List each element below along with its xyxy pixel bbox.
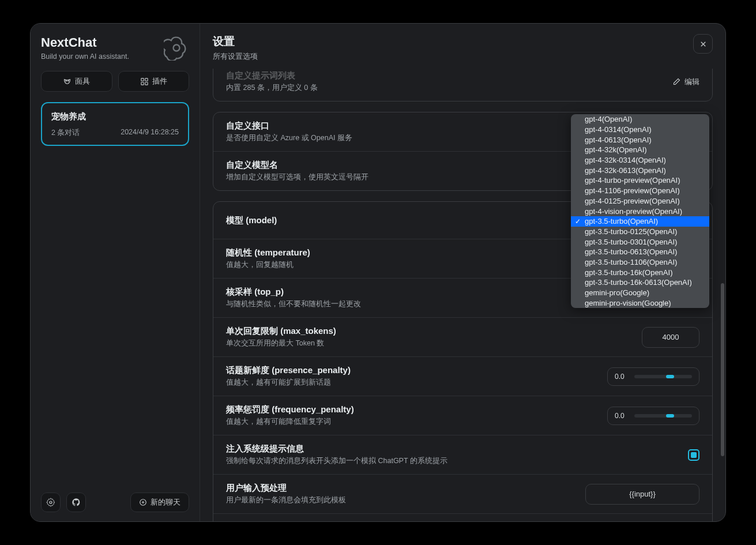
presence-penalty-sub: 值越大，越有可能扩展到新话题 <box>226 378 607 388</box>
edit-prompts-label: 编辑 <box>684 77 699 87</box>
svg-point-2 <box>68 80 69 81</box>
input-template-field[interactable] <box>585 484 699 505</box>
svg-rect-6 <box>145 82 148 84</box>
conversation-timestamp: 2024/4/9 16:28:25 <box>121 128 179 138</box>
new-chat-button[interactable]: 新的聊天 <box>130 493 189 512</box>
max-tokens-value[interactable]: 4000 <box>642 327 699 348</box>
mask-tab-label: 面具 <box>75 76 90 87</box>
close-icon <box>699 40 708 48</box>
model-option[interactable]: gpt-3.5-turbo-0301(OpenAI) <box>571 236 709 247</box>
plugin-tab-button[interactable]: 插件 <box>118 71 190 92</box>
presence-penalty-slider[interactable]: 0.0 <box>607 367 699 386</box>
row-custom-prompts: 自定义提示词列表 内置 285 条，用户定义 0 条 编辑 <box>213 69 712 101</box>
row-frequency-penalty: 频率惩罚度 (frequency_penalty) 值越大，越有可能降低重复字词… <box>213 396 712 435</box>
settings-button[interactable] <box>41 493 61 512</box>
custom-models-title: 自定义模型名 <box>226 160 585 171</box>
brand-tagline: Build your own AI assistant. <box>41 52 129 61</box>
model-dropdown[interactable]: gpt-4(OpenAI)gpt-4-0314(OpenAI)gpt-4-061… <box>571 114 709 308</box>
conversation-title: 宠物养成 <box>51 111 179 122</box>
plus-circle-icon <box>139 498 147 506</box>
inject-system-title: 注入系统级提示信息 <box>226 443 688 454</box>
row-input-template: 用户输入预处理 用户最新的一条消息会填充到此模板 <box>213 475 712 514</box>
conversation-card[interactable]: 宠物养成 2 条对话 2024/4/9 16:28:25 <box>41 102 189 146</box>
github-button[interactable] <box>66 493 86 512</box>
input-template-sub: 用户最新的一条消息会填充到此模板 <box>226 495 585 505</box>
row-history-count: 附带历史消息数 每次请求携带的历史消息数 4 <box>213 514 712 521</box>
model-title: 模型 (model) <box>226 215 584 226</box>
model-option[interactable]: gpt-3.5-turbo-16k-0613(OpenAI) <box>571 277 709 288</box>
conversation-meta: 2 条对话 2024/4/9 16:28:25 <box>51 128 179 138</box>
svg-rect-3 <box>141 78 144 80</box>
inject-system-toggle[interactable] <box>688 449 699 461</box>
input-template-title: 用户输入预处理 <box>226 483 585 494</box>
model-option[interactable]: gpt-3.5-turbo-16k(OpenAI) <box>571 267 709 277</box>
max-tokens-sub: 单次交互所用的最大 Token 数 <box>226 339 642 348</box>
new-chat-label: 新的聊天 <box>151 497 180 508</box>
model-option[interactable]: gpt-4-1106-preview(OpenAI) <box>571 186 709 196</box>
model-option[interactable]: gpt-3.5-turbo-0613(OpenAI) <box>571 247 709 257</box>
custom-models-sub: 增加自定义模型可选项，使用英文逗号隔开 <box>226 172 585 182</box>
sidebar-header: NextChat Build your own AI assistant. <box>41 35 189 61</box>
frequency-penalty-value: 0.0 <box>615 412 629 420</box>
top-p-title: 核采样 (top_p) <box>226 287 607 298</box>
svg-point-0 <box>174 45 180 51</box>
page-subtitle: 所有设置选项 <box>213 51 258 62</box>
svg-rect-5 <box>141 82 144 84</box>
model-option[interactable]: gpt-3.5-turbo(OpenAI) <box>571 216 709 227</box>
frequency-penalty-sub: 值越大，越有可能降低重复字词 <box>226 417 607 427</box>
model-option[interactable]: gpt-4-vision-preview(OpenAI) <box>571 206 709 216</box>
plugin-tab-label: 插件 <box>152 76 167 87</box>
frequency-penalty-title: 频率惩罚度 (frequency_penalty) <box>226 404 607 415</box>
sidebar-footer: 新的聊天 <box>41 493 189 512</box>
max-tokens-title: 单次回复限制 (max_tokens) <box>226 326 642 337</box>
main-header: 设置 所有设置选项 <box>200 24 725 69</box>
mask-tab-button[interactable]: 面具 <box>41 71 112 92</box>
presence-penalty-value: 0.0 <box>615 373 629 381</box>
temperature-sub: 值越大，回复越随机 <box>226 260 607 270</box>
sidebar-tabs: 面具 插件 <box>41 71 189 92</box>
svg-rect-4 <box>145 78 148 80</box>
plugin-icon <box>140 77 149 86</box>
temperature-title: 随机性 (temperature) <box>226 247 607 258</box>
frequency-penalty-slider[interactable]: 0.0 <box>607 407 699 425</box>
close-button[interactable] <box>693 34 713 54</box>
mask-icon <box>63 77 72 86</box>
custom-prompts-title: 自定义提示词列表 <box>226 70 672 81</box>
model-option[interactable]: gpt-3.5-turbo-0125(OpenAI) <box>571 227 709 237</box>
custom-prompts-sub: 内置 285 条，用户定义 0 条 <box>226 83 672 93</box>
brand-title: NextChat <box>41 35 129 50</box>
model-option[interactable]: gpt-4-0314(OpenAI) <box>571 125 709 135</box>
card-prompts: 自定义提示词列表 内置 285 条，用户定义 0 条 编辑 <box>213 69 713 102</box>
row-presence-penalty: 话题新鲜度 (presence_penalty) 值越大，越有可能扩展到新话题 … <box>213 357 712 396</box>
model-option[interactable]: gpt-4-turbo-preview(OpenAI) <box>571 175 709 186</box>
model-option[interactable]: gpt-4-0613(OpenAI) <box>571 134 709 145</box>
brand-block: NextChat Build your own AI assistant. <box>41 35 129 61</box>
top-p-sub: 与随机性类似，但不要和随机性一起更改 <box>226 299 607 309</box>
model-option[interactable]: gpt-4-0125-preview(OpenAI) <box>571 196 709 206</box>
scrollbar-thumb[interactable] <box>721 283 724 456</box>
header-text: 设置 所有设置选项 <box>213 34 258 62</box>
model-option[interactable]: gpt-4(OpenAI) <box>571 114 709 125</box>
row-inject-system: 注入系统级提示信息 强制给每次请求的消息列表开头添加一个模拟 ChatGPT 的… <box>213 435 712 475</box>
model-option[interactable]: gemini-pro(Google) <box>571 288 709 298</box>
model-option[interactable]: gemini-pro-vision(Google) <box>571 298 709 308</box>
sidebar: NextChat Build your own AI assistant. 面具… <box>31 24 200 521</box>
inject-system-sub: 强制给每次请求的消息列表开头添加一个模拟 ChatGPT 的系统提示 <box>226 456 688 466</box>
model-option[interactable]: gpt-4-32k-0613(OpenAI) <box>571 165 709 175</box>
app-window: NextChat Build your own AI assistant. 面具… <box>30 23 726 522</box>
page-title: 设置 <box>213 34 258 49</box>
main-panel: 设置 所有设置选项 自定义提示词列表 内置 285 条，用户定义 0 条 编辑 <box>200 24 725 521</box>
row-max-tokens: 单次回复限制 (max_tokens) 单次交互所用的最大 Token 数 40… <box>213 318 712 357</box>
gear-icon <box>46 498 55 507</box>
edit-icon <box>672 77 681 86</box>
model-option[interactable]: gpt-3.5-turbo-1106(OpenAI) <box>571 257 709 268</box>
model-option[interactable]: gpt-4-32k(OpenAI) <box>571 145 709 155</box>
presence-penalty-title: 话题新鲜度 (presence_penalty) <box>226 365 607 376</box>
conversation-count: 2 条对话 <box>51 128 80 138</box>
svg-point-7 <box>50 501 52 503</box>
openai-logo-icon <box>164 35 189 61</box>
model-option[interactable]: gpt-4-32k-0314(OpenAI) <box>571 155 709 166</box>
edit-prompts-button[interactable]: 编辑 <box>672 77 699 87</box>
github-icon <box>72 498 81 507</box>
svg-point-1 <box>66 80 66 81</box>
